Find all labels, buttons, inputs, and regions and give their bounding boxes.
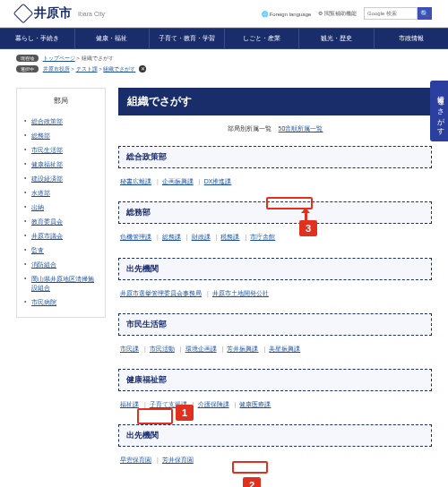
- sidebar-link[interactable]: 健康福祉部: [31, 161, 63, 167]
- department-link[interactable]: 芳井振興課: [227, 346, 258, 352]
- sidebar-link[interactable]: 市民生活部: [31, 147, 63, 153]
- department-link[interactable]: 市民課: [120, 346, 139, 352]
- sidebar-link[interactable]: 消防組合: [31, 261, 56, 268]
- subline-text: 部局別所属一覧: [228, 125, 271, 132]
- department-link[interactable]: 企画振興課: [162, 178, 194, 184]
- department-link[interactable]: 井原市選挙管理委員会事務局: [120, 290, 202, 296]
- sidebar-link[interactable]: 監査: [31, 247, 44, 253]
- sidebar-item: 消防組合: [24, 258, 98, 272]
- sidebar-item: 教育委員会: [24, 215, 98, 229]
- gnav-item[interactable]: 暮らし・手続き: [0, 29, 75, 48]
- annotation-number-2: 2: [243, 477, 261, 487]
- sidebar-item: 健康福祉部: [24, 158, 98, 172]
- close-icon[interactable]: ✕: [139, 65, 146, 73]
- breadcrumb-tag: 選択中: [16, 65, 39, 73]
- department-section: 総合政策部秘書広報課|企画振興課|DX推進課: [118, 146, 432, 187]
- breadcrumb-link[interactable]: 井原市役所: [43, 66, 70, 72]
- department-title: 出先機関: [118, 424, 432, 447]
- sidebar-item: 市民生活部: [24, 143, 98, 158]
- gnav-item[interactable]: 子育て・教育・学習: [150, 29, 225, 48]
- department-link[interactable]: 福祉課: [120, 401, 139, 407]
- department-section: 出先機関早雲保育園|芳井保育園: [118, 424, 432, 466]
- browse-aid-link[interactable]: ⚙ 閲覧補助機能: [318, 10, 357, 18]
- breadcrumb-tag: 現在地: [16, 55, 39, 62]
- sidebar-item: 総合政策部: [24, 115, 98, 129]
- annotation-box-2: [232, 461, 268, 474]
- sidebar-item: 井原市議会: [24, 229, 98, 244]
- department-links: 市民課|市民活動|環境企画課|芳井振興課|美星振興課: [118, 343, 432, 355]
- global-nav: 暮らし・手続き健康・福祉子育て・教育・学習しごと・産業観光・歴史市政情報: [0, 28, 448, 49]
- search-input[interactable]: [364, 7, 418, 20]
- page-title: 組織でさがす: [118, 88, 432, 115]
- info-search-tab[interactable]: 情報をさがす: [430, 81, 448, 141]
- department-link[interactable]: 危機管理課: [120, 234, 151, 240]
- sidebar-link[interactable]: 市民病院: [31, 299, 56, 305]
- department-link[interactable]: 美星振興課: [269, 346, 300, 352]
- department-links: 井原市選挙管理委員会事務局|井原市土地開発公社: [118, 287, 432, 299]
- department-title: 出先機関: [118, 258, 432, 280]
- department-title: 健康福祉部: [118, 369, 432, 391]
- department-link[interactable]: 環境企画課: [185, 346, 217, 352]
- department-links: 秘書広報課|企画振興課|DX推進課: [118, 175, 432, 187]
- department-links: 早雲保育園|芳井保育園: [118, 454, 432, 466]
- sidebar-item: 出納: [24, 201, 98, 215]
- department-link[interactable]: 健康医療課: [239, 401, 271, 407]
- sidebar: 部局 総合政策部総務部市民生活部健康福祉部建設経済部水道部出納教育委員会井原市議…: [16, 88, 106, 481]
- annotation-number-1: 1: [176, 405, 194, 421]
- department-link[interactable]: 早雲保育園: [120, 457, 151, 463]
- department-section: 市民生活部市民課|市民活動|環境企画課|芳井振興課|美星振興課: [118, 313, 432, 355]
- department-link[interactable]: 介護保険課: [198, 401, 229, 407]
- gnav-item[interactable]: 市政情報: [375, 29, 449, 48]
- sidebar-link[interactable]: 教育委員会: [31, 218, 63, 225]
- department-title: 総合政策部: [118, 146, 432, 168]
- breadcrumb-leaf: 組織でさがす: [82, 56, 114, 61]
- annotation-box-1: [137, 408, 173, 424]
- sidebar-link[interactable]: 井原市議会: [31, 233, 63, 239]
- site-logo[interactable]: 井原市 Ibara City: [16, 5, 105, 21]
- sidebar-list: 総合政策部総務部市民生活部健康福祉部建設経済部水道部出納教育委員会井原市議会監査…: [24, 115, 98, 310]
- logo-icon: [13, 4, 34, 24]
- breadcrumb-link[interactable]: テスト課: [76, 66, 98, 72]
- sidebar-link[interactable]: 建設経済部: [31, 175, 63, 182]
- sidebar-link[interactable]: 総務部: [31, 132, 50, 139]
- foreign-language-link[interactable]: 🌐 Foreign language: [262, 11, 311, 17]
- sidebar-item: 水道部: [24, 186, 98, 201]
- sidebar-link[interactable]: 水道部: [31, 190, 50, 196]
- gnav-item[interactable]: しごと・産業: [225, 29, 300, 48]
- department-section: 出先機関井原市選挙管理委員会事務局|井原市土地開発公社: [118, 258, 432, 299]
- city-name: 井原市: [34, 5, 72, 21]
- gnav-item[interactable]: 観光・歴史: [299, 29, 375, 48]
- department-link[interactable]: DX推進課: [204, 178, 232, 184]
- department-link[interactable]: 税務課: [220, 234, 239, 240]
- sidebar-item: 岡山県井原地区清掃施設組合: [24, 272, 98, 295]
- sidebar-item: 市民病院: [24, 295, 98, 310]
- department-link[interactable]: 芳井保育園: [162, 457, 194, 463]
- sidebar-link[interactable]: 出納: [31, 204, 44, 210]
- arrow-up-icon: [301, 208, 310, 213]
- department-section: 健康福祉部福祉課|子育て支援課|介護保険課|健康医療課: [118, 369, 432, 410]
- breadcrumb-link[interactable]: 組織でさがす: [103, 66, 135, 72]
- department-link[interactable]: 財政課: [192, 234, 211, 240]
- gnav-item[interactable]: 健康・福祉: [75, 29, 151, 48]
- department-link[interactable]: 市民活動: [150, 346, 175, 352]
- search-button[interactable]: 🔍: [418, 7, 432, 20]
- annotation-number-3: 3: [299, 220, 317, 236]
- sidebar-item: 総務部: [24, 129, 98, 143]
- sidebar-link[interactable]: 総合政策部: [31, 118, 63, 124]
- department-link[interactable]: 市庁舎館: [250, 234, 275, 240]
- sidebar-link[interactable]: 岡山県井原地区清掃施設組合: [31, 276, 94, 291]
- subline-link[interactable]: 50音順所属一覧: [279, 125, 323, 132]
- breadcrumb-home[interactable]: トップページ: [43, 56, 75, 61]
- sidebar-item: 監査: [24, 244, 98, 258]
- department-link[interactable]: 総務課: [162, 234, 181, 240]
- sidebar-item: 建設経済部: [24, 172, 98, 186]
- department-title: 市民生活部: [118, 313, 432, 336]
- search-box: 🔍: [364, 7, 432, 20]
- sidebar-title: 部局: [24, 96, 98, 111]
- department-links: 危機管理課|総務課|財政課|税務課|市庁舎館: [118, 231, 432, 243]
- department-link[interactable]: 秘書広報課: [120, 178, 151, 184]
- city-name-en: Ibara City: [78, 11, 105, 17]
- department-link[interactable]: 井原市土地開発公社: [212, 290, 269, 296]
- breadcrumb: 現在地 トップページ > 組織でさがす 選択中 井原市役所 > テスト課 > 組…: [0, 49, 448, 79]
